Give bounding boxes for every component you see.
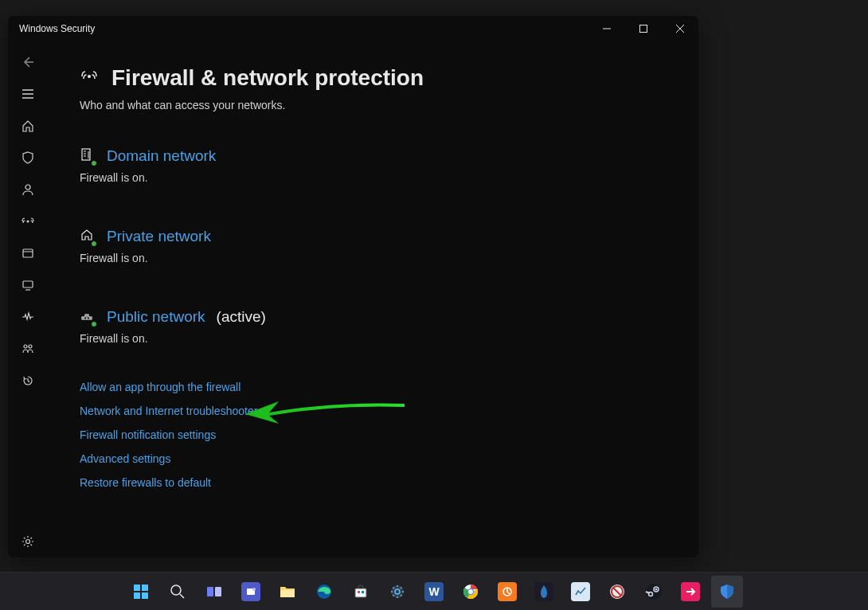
minimize-button[interactable] <box>588 16 625 41</box>
svg-point-18 <box>252 588 256 591</box>
chart-icon <box>571 582 590 601</box>
taskbar-start[interactable] <box>125 576 157 608</box>
chrome-icon <box>462 583 479 600</box>
settings-app-icon <box>389 584 405 600</box>
taskbar-task-view[interactable] <box>198 576 230 608</box>
network-name: Private network <box>107 228 211 245</box>
circle-slash-icon <box>608 583 626 600</box>
svg-rect-10 <box>134 585 140 591</box>
account-icon <box>22 183 34 196</box>
network-domain-link[interactable]: Domain network <box>80 147 667 165</box>
svg-point-23 <box>391 585 404 598</box>
sidebar-item-protection-history[interactable] <box>12 365 44 397</box>
sidebar-item-family[interactable] <box>12 333 44 365</box>
firewall-icon <box>21 214 35 229</box>
taskbar-teams[interactable] <box>235 576 267 608</box>
taskbar-app-flame[interactable] <box>528 576 560 608</box>
sidebar-item-device-security[interactable] <box>12 269 44 301</box>
network-public-link[interactable]: Public network (active) <box>80 308 667 326</box>
app-browser-icon <box>22 247 34 260</box>
sidebar-item-account[interactable] <box>12 174 44 205</box>
taskbar-app-chart[interactable] <box>565 576 596 608</box>
gear-icon <box>22 535 34 548</box>
device-icon <box>22 279 34 291</box>
network-protection-icon <box>80 67 99 89</box>
task-view-icon <box>206 584 222 600</box>
network-status: Firewall is on. <box>80 332 667 345</box>
page-header: Firewall & network protection <box>80 65 667 91</box>
taskbar-settings[interactable] <box>381 576 413 608</box>
svg-point-1 <box>25 185 30 190</box>
taskbar-chrome[interactable] <box>455 576 487 608</box>
hamburger-icon <box>22 88 34 100</box>
svg-point-7 <box>26 540 30 544</box>
pink-app-icon <box>681 582 700 601</box>
svg-rect-22 <box>362 591 364 593</box>
public-network-icon <box>80 308 96 326</box>
window-controls <box>588 16 698 41</box>
window-body: Firewall & network protection Who and wh… <box>8 41 698 557</box>
maximize-icon <box>639 25 647 33</box>
svg-rect-15 <box>207 587 213 596</box>
security-shield-icon <box>718 583 736 600</box>
link-notification-settings[interactable]: Firewall notification settings <box>80 428 667 441</box>
sidebar-item-device-performance[interactable] <box>12 301 44 333</box>
taskbar-app-no[interactable] <box>601 576 633 608</box>
svg-rect-16 <box>215 587 221 596</box>
settings-button[interactable] <box>12 526 44 557</box>
search-icon <box>170 584 186 600</box>
flame-icon <box>534 582 553 601</box>
taskbar-steam[interactable] <box>638 576 670 608</box>
taskbar-word[interactable]: W <box>418 576 450 608</box>
menu-button[interactable] <box>12 78 44 110</box>
link-allow-app[interactable]: Allow an app through the firewall <box>80 381 667 393</box>
close-button[interactable] <box>662 16 698 41</box>
links-section: Allow an app through the firewall Networ… <box>80 381 667 489</box>
content-area: Firewall & network protection Who and wh… <box>48 41 698 557</box>
orange-app-icon <box>498 582 517 601</box>
link-troubleshooter[interactable]: Network and Internet troubleshooter <box>80 405 667 417</box>
svg-point-2 <box>27 221 29 223</box>
svg-point-31 <box>646 584 662 600</box>
svg-rect-11 <box>142 585 148 591</box>
back-button[interactable] <box>12 46 44 78</box>
windows-start-icon <box>132 583 150 600</box>
network-status: Firewall is on. <box>80 171 667 184</box>
private-network-icon <box>80 228 96 245</box>
maximize-button[interactable] <box>625 16 662 41</box>
svg-rect-13 <box>142 592 148 599</box>
sidebar-item-firewall[interactable] <box>12 205 44 237</box>
steam-icon <box>645 583 663 600</box>
link-advanced-settings[interactable]: Advanced settings <box>80 452 667 465</box>
taskbar-store[interactable] <box>345 576 377 608</box>
link-restore-default[interactable]: Restore firewalls to default <box>80 476 667 489</box>
svg-point-8 <box>88 75 91 78</box>
back-arrow-icon <box>22 56 34 68</box>
taskbar-windows-security[interactable] <box>711 576 743 608</box>
svg-point-5 <box>24 345 27 348</box>
page-title: Firewall & network protection <box>111 65 424 91</box>
network-status: Firewall is on. <box>80 252 667 264</box>
network-public: Public network (active) Firewall is on. <box>80 308 667 345</box>
network-name: Domain network <box>107 147 216 165</box>
taskbar-app-orange[interactable] <box>491 576 523 608</box>
sidebar-item-virus[interactable] <box>12 142 44 174</box>
history-icon <box>22 374 34 387</box>
folder-icon <box>279 583 296 600</box>
sidebar-item-app-browser[interactable] <box>12 237 44 269</box>
word-icon: W <box>424 582 444 601</box>
svg-rect-21 <box>358 591 360 593</box>
sidebar-item-home[interactable] <box>12 110 44 142</box>
taskbar-file-explorer[interactable] <box>272 576 303 608</box>
network-private: Private network Firewall is on. <box>80 228 667 264</box>
taskbar-app-pink[interactable] <box>674 576 706 608</box>
svg-point-27 <box>468 589 473 594</box>
sidebar <box>8 41 48 557</box>
taskbar: W <box>0 572 868 610</box>
network-private-link[interactable]: Private network <box>80 228 667 245</box>
page-subtitle: Who and what can access your networks. <box>80 99 667 111</box>
taskbar-edge[interactable] <box>308 576 340 608</box>
taskbar-search[interactable] <box>162 576 194 608</box>
titlebar: Windows Security <box>8 16 698 41</box>
heartbeat-icon <box>22 311 34 323</box>
